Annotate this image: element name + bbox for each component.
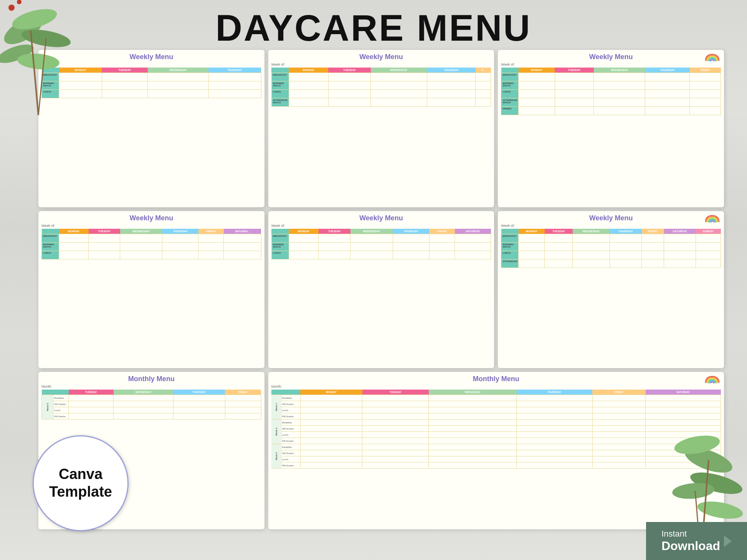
- cell: [545, 251, 573, 259]
- label-morning-snack: MORNING SNACK: [42, 242, 59, 251]
- cell: [289, 251, 319, 259]
- cell: [120, 251, 162, 259]
- cell: [319, 251, 350, 259]
- cell: [517, 444, 593, 450]
- cell: [362, 450, 429, 456]
- cell: [476, 98, 491, 107]
- label-morning-snack: MORNING SNACK: [501, 81, 519, 90]
- cell: [362, 426, 429, 432]
- cell: [427, 90, 476, 98]
- label-breakfast: BREAKFAST: [271, 234, 289, 242]
- table-row: Lunch: [271, 407, 721, 413]
- card-4-table: MONDAY TUESDAY WEDNESDAY THURSDAY FRIDAY…: [41, 229, 261, 259]
- cell: [89, 242, 120, 251]
- col-saturday: SATURDA...: [224, 229, 261, 234]
- meal-label-breakfast: Breakfast: [53, 395, 69, 401]
- table-row: MORNING SNACK: [271, 81, 491, 90]
- cell: [646, 401, 721, 407]
- cell: [114, 407, 174, 413]
- cell: [573, 234, 610, 242]
- cell: [594, 90, 645, 98]
- label-lunch: LUNCH: [271, 90, 289, 98]
- cell: [645, 107, 690, 115]
- col-friday: F...: [476, 68, 491, 73]
- cell: [592, 438, 645, 444]
- cell: [319, 234, 350, 242]
- cell: [519, 73, 555, 81]
- table-row: LUNCH: [501, 251, 721, 259]
- svg-rect-21: [717, 383, 720, 384]
- label-dinner: DINNER: [501, 107, 519, 115]
- cell: [224, 234, 261, 242]
- cell: [555, 90, 593, 98]
- card-6-table: MONDAY TUESDAY WEDNESDAY THURSDAY FRIDAY…: [501, 229, 721, 268]
- download-text: Download: [661, 539, 720, 553]
- card-weekly-4: Weekly Menu Week of: MONDAY TUESDAY WEDN…: [38, 211, 264, 368]
- cell: [545, 242, 573, 251]
- col-wednesday: WEDNESDAY: [573, 229, 610, 234]
- cell: [350, 234, 393, 242]
- cell: [592, 450, 645, 456]
- rainbow-icon: [704, 53, 721, 63]
- cell: [645, 81, 690, 90]
- table-row: BREAKFAST: [42, 234, 261, 242]
- cell: [664, 259, 696, 268]
- col-thursday: THURSDAY: [517, 390, 593, 395]
- cell: [289, 73, 328, 81]
- card-3-table: MONDAY TUESDAY WEDNESDAY THURSDAY FRIDAY…: [501, 68, 721, 115]
- cell: [102, 90, 147, 98]
- cell: [519, 259, 545, 268]
- col-friday: FRIDAY: [642, 229, 664, 234]
- cell: [114, 395, 174, 401]
- cell: [198, 242, 224, 251]
- col-header-empty: [271, 68, 289, 73]
- col-week-header: [42, 390, 53, 395]
- cell: [328, 98, 370, 107]
- meal-label-pmsnacks: PM Snacks: [53, 413, 69, 420]
- cell: [328, 90, 370, 98]
- card-6-week-of: Week of:: [501, 224, 721, 228]
- cell: [69, 395, 114, 401]
- canva-template-badge: Canva Template: [33, 435, 129, 531]
- cell: [429, 251, 454, 259]
- cell: [517, 456, 593, 463]
- table-row: Lunch: [42, 407, 261, 413]
- col-wednesday: WEDNESDAY: [371, 68, 427, 73]
- col-wednesday: WEDNESDAY: [429, 390, 517, 395]
- meal-label: Breakfast: [281, 444, 300, 450]
- week-1-label: Week 1: [271, 395, 281, 420]
- cell: [429, 420, 517, 426]
- cell: [59, 251, 89, 259]
- cell: [173, 395, 225, 401]
- col-tuesday: TUESDAY: [545, 229, 573, 234]
- cell: [592, 413, 645, 420]
- cell: [517, 395, 593, 401]
- card-4-week-of: Week of:: [41, 224, 261, 228]
- cell: [362, 456, 429, 463]
- cell: [102, 81, 147, 90]
- col-thursday: THURSDAY: [162, 229, 198, 234]
- cell: [225, 407, 261, 413]
- label-afternoon-snack: AFTERNOON SNACK: [271, 98, 289, 107]
- canva-line2: Template: [49, 483, 112, 501]
- cell: [289, 234, 319, 242]
- cell: [120, 242, 162, 251]
- card-5-week-of: Week of:: [271, 224, 491, 228]
- rainbow-icon-3: [704, 375, 721, 385]
- cell: [362, 395, 429, 401]
- cell: [162, 242, 198, 251]
- meal-label: Lunch: [281, 407, 300, 413]
- meal-label: PM Snacks: [281, 463, 300, 469]
- cell: [594, 81, 645, 90]
- cell: [645, 98, 690, 107]
- col-tuesday: TUESDAY: [319, 229, 350, 234]
- table-row: LUNCH: [271, 90, 491, 98]
- rainbow-icon-2: [704, 214, 721, 224]
- table-row: AM Snacks: [271, 401, 721, 407]
- cell: [517, 426, 593, 432]
- svg-rect-16: [705, 61, 707, 62]
- cell: [429, 413, 517, 420]
- cell: [429, 407, 517, 413]
- table-row: MORNING SNACK: [42, 242, 261, 251]
- cell: [592, 401, 645, 407]
